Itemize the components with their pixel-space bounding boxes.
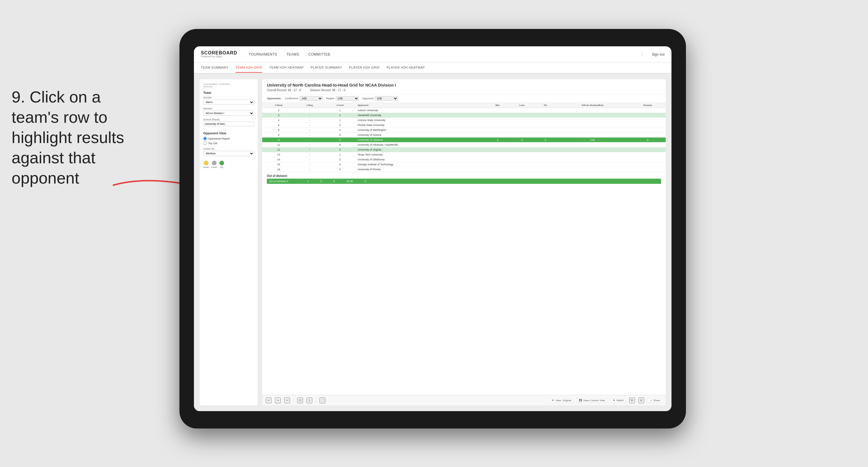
legend-label-level: Level (211, 166, 217, 169)
table-body: 2-1Auburn University3-2Vanderbilt Univer… (262, 108, 666, 172)
conference-filter: Conference (All) (285, 96, 323, 101)
legend-dot-level (212, 161, 216, 165)
h2h-table: # Rank # Reg # Conf Opponent Win Loss Ti… (262, 103, 666, 172)
table-row[interactable]: 4-1Arizona State University (262, 118, 666, 123)
sub-nav: TEAM SUMMARY TEAM H2H GRID TEAM H2H HEAT… (194, 62, 672, 74)
tab-team-h2h-grid[interactable]: TEAM H2H GRID (236, 63, 262, 73)
scene: 9. Click on a team's row to highlight re… (0, 0, 868, 467)
out-of-div-rounds: 3 (359, 179, 372, 184)
division-record: Division Record: 88 - 17 - 0 (310, 89, 345, 92)
opponent-filter-label: Opponent (362, 97, 374, 100)
school-label: School (Rank) (203, 118, 254, 121)
out-of-div-win: 1 (302, 179, 315, 184)
save-icon: 💾 (579, 399, 582, 402)
opponents-filter-label: Opponents: (267, 97, 282, 100)
table-row[interactable]: 15-4Georgia Institute of Technology (262, 162, 666, 167)
zoom-button[interactable]: ± (307, 398, 312, 403)
school-input[interactable] (203, 122, 254, 126)
watch-button[interactable]: 👁 Watch (611, 398, 626, 403)
col-rank: # Rank (262, 103, 295, 108)
table-row[interactable]: 13-1Texas Tech University (262, 152, 666, 157)
nav-tournaments[interactable]: TOURNAMENTS (249, 51, 277, 58)
tab-player-summary[interactable]: PLAYER SUMMARY (311, 63, 342, 73)
panel-team-title: Team (203, 91, 254, 94)
table-header-row: # Rank # Reg # Conf Opponent Win Loss Ti… (262, 103, 666, 108)
region-filter-select[interactable]: (All) (336, 96, 359, 101)
sign-out-link[interactable]: Sign out (652, 52, 664, 56)
col-conf: # Conf (324, 103, 356, 108)
out-of-div-title: Out of division (267, 174, 661, 177)
tablet-screen: SCOREBOARD Powered by clippd TOURNAMENTS… (194, 46, 672, 411)
out-of-division-section: Out of division NCAA Division II 1 0 0 2… (262, 172, 666, 186)
opponent-filter-select[interactable]: (All) (375, 96, 398, 101)
division-label: Division (203, 107, 254, 110)
out-of-div-diff: 26.00 (341, 179, 359, 184)
legend-dot-up (219, 161, 224, 165)
share-button[interactable]: ↗ Share (648, 398, 662, 403)
legend: Down Level Up (203, 161, 254, 169)
left-panel: Last Updated: 27/03/2024 16:55:38 Team G… (200, 79, 257, 405)
toolbar-sep-1 (293, 398, 294, 403)
main-header: University of North Carolina Head-to-Hea… (262, 79, 666, 94)
gender-label: Gender (203, 96, 254, 99)
undo-button[interactable]: ↩ (266, 398, 272, 403)
colour-by-select[interactable]: Win/loss (203, 151, 254, 156)
table-row[interactable]: 11-5University of Alabama3002.618 (262, 138, 666, 142)
view-original-button[interactable]: 👁 View: Original (550, 398, 574, 403)
share-icon: ↗ (650, 399, 652, 402)
gender-select[interactable]: Men's (203, 99, 254, 105)
logo-title: SCOREBOARD (201, 51, 237, 55)
back-button[interactable]: ↩ (284, 398, 290, 403)
fit-button[interactable]: ⊡ (297, 398, 303, 403)
tab-player-h2h-grid[interactable]: PLAYER H2H GRID (349, 63, 380, 73)
tab-team-h2h-heatmap[interactable]: TEAM H2H HEATMAP (269, 63, 304, 73)
region-filter: Region (All) (326, 96, 359, 101)
table-row[interactable]: 14-2University of Oklahoma (262, 157, 666, 162)
table-row[interactable]: 2-1Auburn University (262, 108, 666, 113)
clock-button[interactable]: 🕐 (319, 398, 325, 403)
table-row[interactable]: 9-3University of Arizona (262, 133, 666, 138)
legend-dot-down (204, 161, 208, 165)
legend-down: Down (203, 161, 209, 169)
table-row[interactable]: 12-3University of Virginia (262, 147, 666, 152)
col-opponent: Opponent (356, 103, 486, 108)
table-row[interactable]: 3-2Vanderbilt University (262, 113, 666, 118)
radio-top100[interactable]: Top 100 (203, 141, 254, 145)
tab-player-h2h-heatmap[interactable]: PLAYER H2H HEATMAP (387, 63, 425, 73)
opponent-view-title: Opponent View (203, 132, 254, 135)
col-rounds: Rounds (630, 103, 666, 108)
tab-team-summary[interactable]: TEAM SUMMARY (201, 63, 229, 73)
legend-label-up: Up (220, 166, 223, 169)
legend-label-down: Down (203, 166, 209, 169)
watch-icon: 👁 (613, 399, 615, 402)
table-row[interactable]: 11-6University of Arkansas, Fayetteville (262, 142, 666, 147)
toolbar: ↩ ↪ ↩ ⊡ ± 🕐 👁 View: Original (262, 395, 666, 405)
out-of-div-loss: 0 (315, 179, 328, 184)
instruction-step: 9. (11, 88, 25, 106)
main-area: University of North Carolina Head-to-Hea… (262, 79, 666, 405)
region-filter-label: Region (326, 97, 335, 100)
settings-button[interactable]: ⚙ (629, 398, 635, 403)
save-custom-button[interactable]: 💾 Save Custom View (577, 398, 607, 403)
records-row: Overall Record: 89 - 17 - 0 Division Rec… (267, 89, 661, 92)
toolbar-sep-2 (316, 398, 316, 403)
copy-button[interactable]: ⧉ (639, 398, 644, 403)
redo-button[interactable]: ↪ (275, 398, 281, 403)
conference-filter-select[interactable]: (All) (300, 96, 323, 101)
nav-teams[interactable]: TEAMS (286, 51, 299, 58)
out-of-div-label: NCAA Division II (267, 179, 302, 184)
filter-row: Opponents: Conference (All) Region (All) (262, 94, 666, 103)
col-loss: Loss (509, 103, 535, 108)
table-row[interactable]: 8-2University of Washington (262, 128, 666, 133)
col-reg: # Reg (295, 103, 324, 108)
radio-opponents-played[interactable]: Opponents Played (203, 137, 254, 140)
save-custom-label: Save Custom View (583, 399, 605, 402)
tablet-device: SCOREBOARD Powered by clippd TOURNAMENTS… (180, 29, 686, 429)
nav-committee[interactable]: COMMITTEE (308, 51, 331, 58)
division-select[interactable]: NCAA Division I (203, 111, 254, 116)
col-win: Win (486, 103, 509, 108)
col-diff: Diff Av Strokes/Rnd (555, 103, 630, 108)
table-row[interactable]: 6-2Florida State University (262, 123, 666, 128)
table-row[interactable]: 16-3University of Florida (262, 167, 666, 172)
watch-label: Watch (617, 399, 624, 402)
